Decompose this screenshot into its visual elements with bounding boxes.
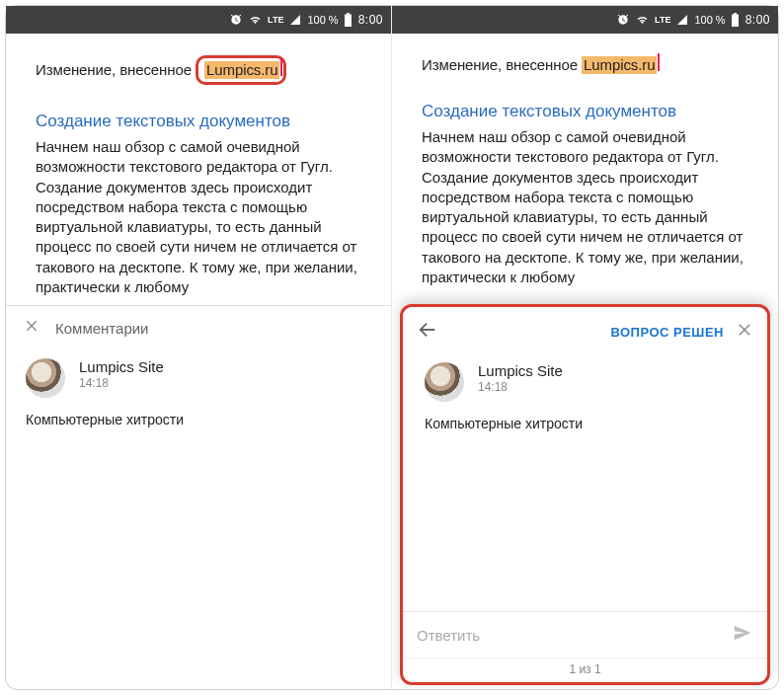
detail-body: Lumpics Site 14:18 Компьютерные хитрости xyxy=(403,356,767,611)
highlighted-author[interactable]: Lumpics.ru xyxy=(582,56,657,74)
doc-heading: Создание текстовых документов xyxy=(36,111,361,133)
lte-label: LTE xyxy=(655,15,670,25)
comment-author: Lumpics Site xyxy=(79,358,164,375)
edit-attribution: Изменение, внесенное Lumpics.ru xyxy=(36,55,361,85)
send-icon[interactable] xyxy=(732,622,753,648)
comment-text: Компьютерные хитрости xyxy=(425,416,745,431)
phone-right: LTE 100 % 8:00 Изменение, внесенное Lump… xyxy=(392,6,778,689)
alarm-icon xyxy=(229,13,243,27)
reply-row xyxy=(403,611,767,657)
battery-icon xyxy=(731,13,740,27)
edit-prefix: Изменение, внесенное xyxy=(422,56,582,73)
alarm-icon xyxy=(616,13,630,27)
close-icon[interactable] xyxy=(24,318,39,339)
avatar xyxy=(26,358,65,398)
doc-paragraph: Начнем наш обзор с самой очевидной возмо… xyxy=(422,127,748,287)
edit-attribution: Изменение, внесенное Lumpics.ru xyxy=(422,55,748,75)
lte-label: LTE xyxy=(268,15,283,25)
comment-time: 14:18 xyxy=(79,376,164,390)
signal-icon xyxy=(675,14,689,26)
battery-label: 100 % xyxy=(694,14,725,26)
wifi-icon xyxy=(635,14,650,26)
back-arrow-icon[interactable] xyxy=(417,319,438,345)
signal-icon xyxy=(288,14,302,26)
status-bar: LTE 100 % 8:00 xyxy=(6,6,391,34)
avatar xyxy=(425,362,464,402)
resolve-button[interactable]: ВОПРОС РЕШЕН xyxy=(610,325,724,340)
edit-prefix: Изменение, внесенное xyxy=(36,61,196,78)
comments-title: Комментарии xyxy=(55,320,148,337)
reply-input[interactable] xyxy=(417,627,732,644)
status-bar: LTE 100 % 8:00 xyxy=(392,6,778,34)
pager-label: 1 из 1 xyxy=(403,657,767,682)
comments-header: Комментарии xyxy=(6,305,391,350)
close-icon[interactable] xyxy=(736,321,753,343)
wifi-icon xyxy=(248,14,263,26)
detail-header: ВОПРОС РЕШЕН xyxy=(403,307,767,356)
battery-label: 100 % xyxy=(307,14,338,26)
doc-paragraph: Начнем наш обзор с самой очевидной возмо… xyxy=(36,137,361,297)
document-area: Изменение, внесенное Lumpics.ru Создание… xyxy=(6,34,391,305)
highlight-callout[interactable]: Lumpics.ru xyxy=(196,55,286,85)
phone-left: LTE 100 % 8:00 Изменение, внесенное Lump… xyxy=(6,6,392,689)
comment-time: 14:18 xyxy=(478,380,563,394)
clock-time: 8:00 xyxy=(745,13,770,27)
doc-heading: Создание текстовых документов xyxy=(422,101,748,123)
document-area: Изменение, внесенное Lumpics.ru Создание… xyxy=(392,34,778,295)
comment-item[interactable]: Lumpics Site 14:18 Компьютерные хитрости xyxy=(6,350,391,437)
highlighted-author: Lumpics.ru xyxy=(204,61,279,79)
comment-text: Компьютерные хитрости xyxy=(26,412,371,427)
comment-detail-panel: ВОПРОС РЕШЕН Lumpics Site 14:18 Компьюте… xyxy=(400,304,770,685)
comment-author: Lumpics Site xyxy=(478,362,563,379)
clock-time: 8:00 xyxy=(358,13,383,27)
battery-icon xyxy=(344,13,353,27)
